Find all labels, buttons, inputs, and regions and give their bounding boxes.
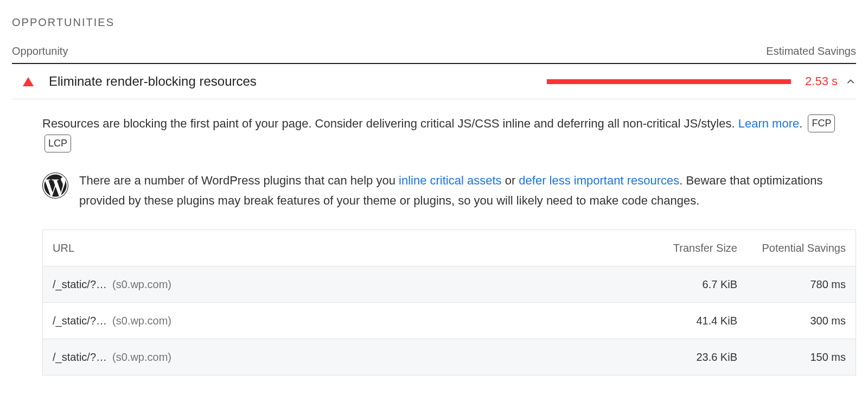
table-body: /_static/?… (s0.wp.com) 6.7 KiB 780 ms /…: [43, 266, 856, 375]
header-opportunity-label: Opportunity: [12, 45, 68, 58]
wordpress-icon: [42, 173, 68, 205]
opportunities-panel: OPPORTUNITIES Opportunity Estimated Savi…: [0, 0, 868, 386]
savings-indicator: 2.53 s: [547, 74, 838, 88]
savings-value: 2.53 s: [805, 74, 838, 88]
fail-triangle-icon: [23, 77, 34, 86]
transfer-size: 41.4 KiB: [645, 311, 737, 330]
header-savings-label: Estimated Savings: [766, 45, 856, 58]
learn-more-link[interactable]: Learn more: [738, 117, 800, 130]
url-host: (s0.wp.com): [112, 348, 171, 366]
wordpress-tip-text: There are a number of WordPress plugins …: [79, 170, 856, 211]
chevron-up-icon[interactable]: [845, 76, 856, 87]
description-text: Resources are blocking the first paint o…: [42, 117, 738, 130]
table-header-row: Opportunity Estimated Savings: [12, 41, 856, 64]
col-size-header: Transfer Size: [645, 239, 737, 257]
resources-table: URL Transfer Size Potential Savings /_st…: [42, 230, 856, 375]
opportunity-description: Resources are blocking the first paint o…: [42, 113, 856, 154]
opportunity-details: Resources are blocking the first paint o…: [12, 99, 856, 375]
col-savings-header: Potential Savings: [737, 241, 846, 255]
table-head: URL Transfer Size Potential Savings: [43, 230, 856, 266]
savings-bar: [547, 79, 791, 84]
inline-critical-assets-link[interactable]: inline critical assets: [399, 174, 502, 187]
col-url-header: URL: [53, 239, 74, 257]
defer-resources-link[interactable]: defer less important resources: [519, 174, 679, 187]
wordpress-tip: There are a number of WordPress plugins …: [42, 170, 856, 211]
url-path: /_static/?…: [53, 348, 107, 366]
potential-savings: 150 ms: [737, 348, 846, 366]
section-heading: OPPORTUNITIES: [12, 16, 856, 29]
transfer-size: 6.7 KiB: [645, 275, 737, 294]
opportunity-title: Eliminate render-blocking resources: [49, 74, 539, 89]
transfer-size: 23.6 KiB: [645, 348, 737, 366]
url-path: /_static/?…: [53, 275, 107, 294]
fcp-badge: FCP: [808, 114, 835, 132]
wp-tip-prefix: There are a number of WordPress plugins …: [79, 174, 399, 187]
url-path: /_static/?…: [53, 311, 107, 330]
opportunity-row[interactable]: Eliminate render-blocking resources 2.53…: [12, 64, 856, 99]
potential-savings: 780 ms: [737, 275, 846, 294]
potential-savings: 300 ms: [737, 311, 846, 330]
table-row: /_static/?… (s0.wp.com) 23.6 KiB 150 ms: [43, 339, 856, 375]
table-row: /_static/?… (s0.wp.com) 41.4 KiB 300 ms: [43, 302, 856, 339]
url-host: (s0.wp.com): [112, 275, 171, 294]
wp-tip-or: or: [502, 174, 519, 187]
table-row: /_static/?… (s0.wp.com) 6.7 KiB 780 ms: [43, 266, 856, 302]
url-host: (s0.wp.com): [112, 311, 171, 330]
description-period: .: [799, 117, 802, 130]
lcp-badge: LCP: [44, 135, 71, 152]
